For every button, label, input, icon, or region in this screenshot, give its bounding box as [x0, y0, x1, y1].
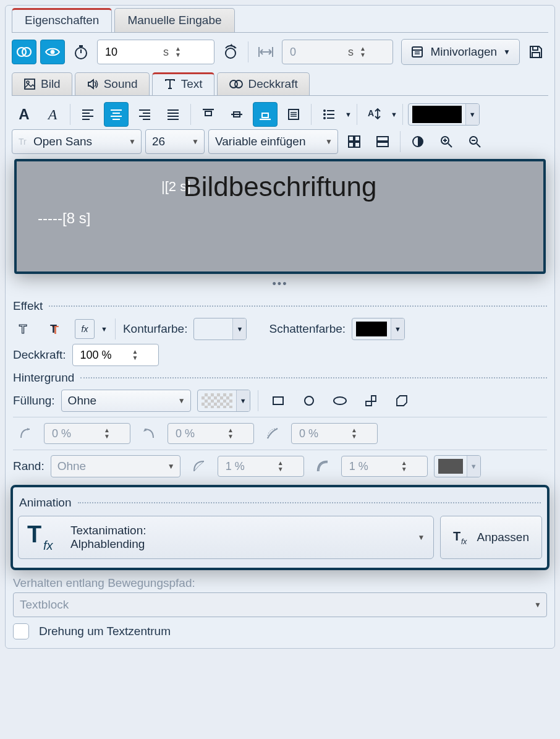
- deckkraft-spinner[interactable]: ▲▼: [72, 344, 159, 366]
- valign-bottom-button[interactable]: [253, 102, 278, 127]
- list-dropdown-caret[interactable]: ▼: [345, 111, 352, 118]
- spacing-dropdown-caret[interactable]: ▼: [391, 111, 397, 118]
- rand-value: Ohne: [57, 459, 86, 473]
- svg-text:fx: fx: [461, 537, 467, 545]
- svg-rect-17: [25, 79, 35, 89]
- rotation-checkbox[interactable]: [13, 623, 29, 639]
- refresh-time-icon[interactable]: ✦: [218, 40, 243, 64]
- list-button[interactable]: [316, 102, 341, 127]
- tab-properties[interactable]: Eigenschaften: [12, 8, 112, 32]
- drag-handle-icon[interactable]: •••: [9, 278, 551, 291]
- corner1-input: [51, 427, 100, 441]
- text-preview[interactable]: |[2 s] Bildbeschriftung -----[8 s]: [14, 159, 546, 274]
- schatten-color-picker[interactable]: ▼: [352, 318, 405, 340]
- duration-input[interactable]: [104, 45, 159, 59]
- properties-panel: Eigenschaften Manuelle Eingabe s ▲▼ ✦ s …: [5, 5, 555, 649]
- corner-tr-icon: [137, 421, 161, 446]
- caption-text[interactable]: Bildbeschriftung: [17, 171, 543, 202]
- visibility-link-icon[interactable]: [12, 40, 36, 64]
- kontur-dropdown[interactable]: ▼: [232, 318, 246, 340]
- text-format-toolbar: A A ▼ A ▼ ▼: [9, 101, 551, 128]
- save-icon[interactable]: [524, 40, 548, 64]
- text-fx-icon: Tfx: [27, 523, 61, 552]
- fuellung-dropdown[interactable]: Ohne ▼: [61, 390, 191, 412]
- duration-spinner[interactable]: s ▲▼: [97, 40, 214, 64]
- variable-insert-dropdown[interactable]: Variable einfügen ▼: [208, 129, 338, 154]
- variable-label: Variable einfügen: [215, 135, 305, 148]
- shadow-effect-icon[interactable]: TT: [44, 317, 69, 341]
- svg-point-20: [235, 80, 242, 88]
- grid-2x2-icon[interactable]: [342, 129, 367, 154]
- corner3-input: [298, 427, 347, 441]
- bold-button[interactable]: A: [12, 102, 36, 127]
- zoom-out-icon[interactable]: [462, 129, 487, 154]
- valign-top-button[interactable]: [196, 102, 221, 127]
- fuellung-dropdown-caret[interactable]: ▼: [236, 390, 250, 411]
- tab-sound[interactable]: Sound: [75, 72, 150, 95]
- corner3-spinner: ▲▼: [291, 423, 378, 444]
- valign-block-button[interactable]: [281, 102, 306, 127]
- corner2-spinner: ▲▼: [168, 423, 254, 444]
- align-center-button[interactable]: [104, 102, 129, 127]
- deckkraft-input[interactable]: [79, 348, 129, 362]
- rows-icon[interactable]: [370, 129, 395, 154]
- template-icon: [410, 45, 424, 59]
- animation-line1: Textanimation:: [70, 524, 146, 537]
- font-icon: Tr: [19, 136, 30, 147]
- rand-w2-spinner: ▲▼: [341, 456, 428, 477]
- text-color-dropdown[interactable]: ▼: [465, 104, 479, 125]
- anpassen-button[interactable]: Tfx Anpassen: [440, 516, 542, 559]
- anpassen-label: Anpassen: [477, 531, 529, 544]
- shape-poly2-icon[interactable]: [389, 388, 414, 413]
- align-right-button[interactable]: [132, 102, 157, 127]
- italic-button[interactable]: A: [40, 102, 65, 127]
- schatten-dropdown[interactable]: ▼: [391, 318, 404, 340]
- font-dropdown[interactable]: Tr Open Sans ▼: [12, 129, 142, 154]
- tab-text[interactable]: Text: [152, 72, 214, 95]
- minivorlagen-button[interactable]: Minivorlagen ▼: [401, 39, 520, 65]
- visibility-eye-icon[interactable]: [40, 40, 65, 64]
- stopwatch-icon[interactable]: [69, 40, 93, 64]
- char-spacing-button[interactable]: A: [362, 102, 387, 127]
- spinner-arrows[interactable]: ▲▼: [132, 349, 138, 361]
- animation-section: Animation Tfx Textanimation: Alphablendi…: [11, 485, 549, 570]
- svg-rect-34: [355, 136, 360, 141]
- valign-middle-button[interactable]: [224, 102, 249, 127]
- align-left-button[interactable]: [75, 102, 100, 127]
- image-icon: [23, 78, 36, 90]
- tab-manual-input[interactable]: Manuelle Eingabe: [114, 8, 234, 32]
- top-tabs: Eigenschaften Manuelle Eingabe: [12, 8, 551, 32]
- fuellung-label: Füllung:: [13, 394, 55, 408]
- rand-color-picker: ▼: [434, 455, 481, 477]
- text-color-picker[interactable]: ▼: [408, 103, 480, 126]
- shape-circle-icon[interactable]: [297, 388, 321, 413]
- shape-ellipse-icon[interactable]: [328, 388, 352, 413]
- tab-bild[interactable]: Bild: [12, 72, 72, 95]
- kontur-color-picker[interactable]: ▼: [193, 318, 247, 340]
- outline-effect-icon[interactable]: T: [13, 317, 38, 341]
- svg-text:T: T: [453, 529, 460, 543]
- shape-rect-icon[interactable]: [266, 388, 291, 413]
- svg-rect-38: [377, 142, 388, 147]
- svg-text:T: T: [19, 322, 27, 336]
- effect-dropdown-caret[interactable]: ▼: [101, 325, 108, 333]
- rand-w2-input: [348, 459, 397, 474]
- rand-label: Rand:: [13, 459, 45, 473]
- font-size-dropdown[interactable]: 26 ▼: [145, 129, 205, 154]
- tab-sound-label: Sound: [104, 77, 138, 91]
- tab-deckkraft[interactable]: Deckkraft: [217, 72, 310, 95]
- svg-rect-33: [349, 136, 354, 141]
- svg-text:fx: fx: [43, 539, 54, 552]
- fx-effect-icon[interactable]: fx: [75, 319, 95, 339]
- svg-point-48: [305, 396, 313, 405]
- fuellung-color-picker[interactable]: ▼: [197, 390, 250, 412]
- svg-rect-16: [532, 53, 540, 58]
- animation-select[interactable]: Tfx Textanimation: Alphablending ▼: [18, 516, 434, 559]
- spinner-arrows[interactable]: ▲▼: [175, 46, 181, 58]
- svg-point-28: [323, 109, 326, 112]
- contrast-icon[interactable]: [405, 129, 430, 154]
- svg-text:T: T: [27, 523, 41, 547]
- align-justify-button[interactable]: [161, 102, 185, 127]
- shape-poly1-icon[interactable]: [358, 388, 383, 413]
- zoom-in-icon[interactable]: [434, 129, 459, 154]
